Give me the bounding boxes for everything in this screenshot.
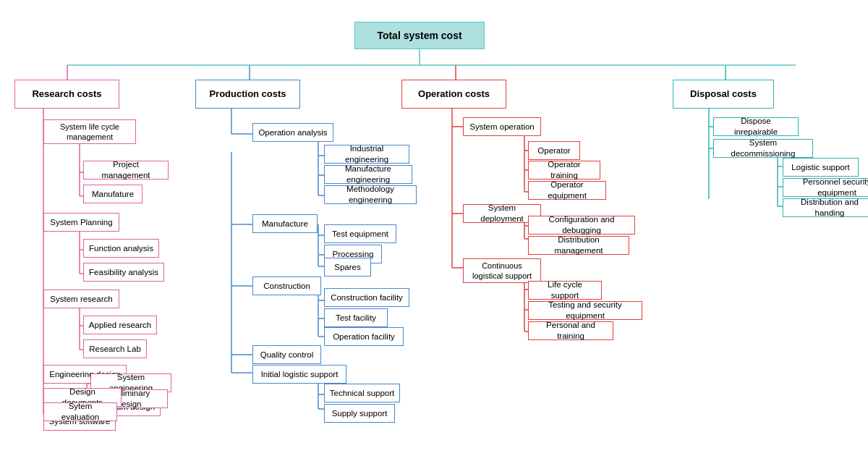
life-cycle-support-node: Life cycle support: [528, 281, 602, 300]
system-planning-node: System Planning: [43, 213, 119, 232]
distribution-handing-node: Distribution and handing: [783, 198, 868, 217]
construction-node: Construction: [252, 276, 321, 295]
operation-costs-node: Operation costs: [401, 80, 506, 109]
logistic-support-node: Logistic support: [783, 158, 859, 177]
technical-support-node: Technical support: [324, 384, 400, 402]
system-research-node: System research: [43, 290, 119, 308]
system-life-cycle-node: System life cycle management: [43, 119, 136, 144]
manufature-node: Manufature: [83, 185, 142, 203]
root-node: Total system cost: [354, 22, 485, 49]
operator-node: Operator: [528, 141, 580, 160]
configuration-debugging-node: Configuration and debugging: [528, 216, 635, 235]
operator-training-node: Operator training: [528, 161, 600, 180]
research-costs-node: Research costs: [14, 80, 119, 109]
continuous-logistical-support-node: Continuous logistical support: [463, 258, 541, 283]
spares-node: Spares: [324, 258, 371, 276]
manufacture-engineering-node: Manufacture engineering: [324, 165, 412, 184]
test-facility-node: Test facility: [324, 308, 388, 327]
operation-analysis-node: Operation analysis: [252, 123, 333, 142]
personnel-security-equipment-node: Personnel security equipment: [783, 178, 868, 197]
operator-equipment-node: Operator equipment: [528, 181, 606, 200]
feasibility-analysis-node: Feasibility analysis: [83, 263, 164, 282]
system-operation-node: System operation: [463, 117, 541, 136]
system-decommissioning-node: System decommissioning: [713, 139, 813, 158]
production-costs-node: Production costs: [195, 80, 300, 109]
quality-control-node: Quality control: [252, 345, 321, 364]
personal-training-node: Personal and training: [528, 321, 613, 340]
applied-research-node: Applied research: [83, 316, 157, 334]
project-management-node: Project management: [83, 161, 169, 180]
research-lab-node: Research Lab: [83, 339, 147, 358]
construction-facility-node: Construction facility: [324, 288, 409, 307]
function-analysis-node: Function analysis: [83, 239, 159, 258]
supply-support-node: Supply support: [324, 404, 395, 423]
industrial-engineering-node: Industrial engineering: [324, 145, 409, 164]
manufacture-node: Manufacture: [252, 214, 318, 233]
disposal-costs-node: Disposal costs: [673, 80, 774, 109]
testing-security-equipment-node: Testing and security equipment: [528, 301, 642, 320]
sytem-evaluation-node: Sytem evaluation: [43, 402, 117, 421]
dispose-inrepairable-node: Dispose inrepairable: [713, 117, 799, 136]
initial-logistic-support-node: Initial logistic support: [252, 365, 346, 384]
operation-facility-node: Operation facility: [324, 327, 404, 346]
methodology-engineering-node: Methodology engineering: [324, 185, 417, 204]
distribution-management-node: Distribution management: [528, 236, 629, 255]
test-equipment-node: Test equipment: [324, 224, 396, 243]
